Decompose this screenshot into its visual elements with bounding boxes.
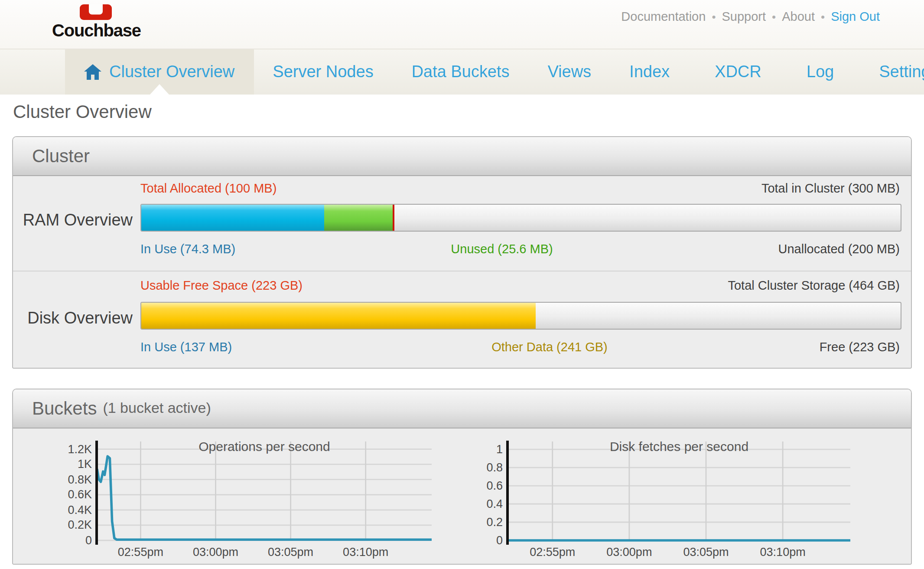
- tab-log[interactable]: Log: [787, 49, 853, 95]
- y-tick-label: 0: [468, 534, 503, 547]
- x-tick-label: 03:05pm: [268, 546, 313, 559]
- disk-used-segment: [141, 303, 535, 329]
- x-tick-label: 02:55pm: [118, 546, 163, 559]
- ram-unused-segment: [324, 205, 393, 231]
- utility-links: Documentation•Support•About•Sign Out: [621, 10, 880, 23]
- top-header: Couchbase Documentation•Support•About•Si…: [0, 0, 924, 49]
- disk-usable-free-label: Usable Free Space (223 GB): [140, 278, 303, 292]
- tab-xdcr[interactable]: XDCR: [696, 49, 781, 95]
- tab-label: Server Nodes: [273, 62, 373, 82]
- ram-total-in-cluster-label: Total in Cluster (300 MB): [761, 181, 900, 195]
- ram-quota-marker: [393, 205, 395, 231]
- link-separator: •: [821, 10, 825, 23]
- buckets-panel-title: Buckets: [32, 398, 97, 419]
- ram-unallocated-label: Unallocated (200 MB): [778, 242, 900, 256]
- disk-in-use-label: In Use (137 MB): [140, 340, 232, 354]
- tab-server-nodes[interactable]: Server Nodes: [254, 49, 392, 95]
- y-tick-label: 1K: [57, 458, 92, 471]
- tab-label: Log: [807, 62, 834, 82]
- buckets-panel: Buckets (1 bucket active) Operations per…: [12, 389, 912, 565]
- y-tick-label: 0: [57, 534, 92, 547]
- buckets-panel-header: Buckets (1 bucket active): [13, 389, 911, 428]
- link-separator: •: [772, 10, 776, 23]
- nav-items: Cluster Overview Server Nodes Data Bucke…: [65, 49, 924, 95]
- y-tick-label: 0.6: [468, 479, 503, 492]
- y-tick-label: 0.4: [468, 497, 503, 510]
- ram-in-use-segment: [141, 205, 324, 231]
- couchbase-logo: Couchbase: [52, 3, 139, 41]
- disk-total-storage-label: Total Cluster Storage (464 GB): [728, 278, 900, 292]
- page-title: Cluster Overview: [13, 101, 152, 122]
- buckets-panel-subtitle: (1 bucket active): [103, 400, 211, 417]
- cluster-panel-body: RAM Overview Total Allocated (100 MB) To…: [13, 176, 911, 368]
- y-axis-line: [95, 441, 98, 545]
- sign-out-link[interactable]: Sign Out: [831, 10, 880, 23]
- operations-per-second-chart: Operations per second1.2K1K0.8K0.6K0.4K0…: [97, 441, 432, 540]
- y-tick-label: 0.8: [468, 461, 503, 474]
- tab-label: Index: [629, 62, 670, 82]
- ram-total-allocated-label: Total Allocated (100 MB): [140, 181, 277, 195]
- buckets-panel-body: Operations per second1.2K1K0.8K0.6K0.4K0…: [13, 428, 911, 564]
- logo-text: Couchbase: [52, 21, 139, 41]
- support-link[interactable]: Support: [722, 10, 766, 23]
- home-icon: [84, 64, 101, 80]
- tab-label: Settings: [879, 62, 924, 82]
- tab-label: Data Buckets: [412, 62, 510, 82]
- x-tick-label: 03:00pm: [193, 546, 238, 559]
- y-tick-label: 0.2: [468, 516, 503, 529]
- disk-other-data-label: Other Data (241 GB): [491, 340, 608, 354]
- ram-usage-bar: [140, 204, 901, 232]
- main-nav: Cluster Overview Server Nodes Data Bucke…: [0, 49, 924, 95]
- disk-overview-label: Disk Overview: [13, 309, 133, 328]
- link-separator: •: [712, 10, 716, 23]
- tab-cluster-overview[interactable]: Cluster Overview: [65, 49, 254, 95]
- about-link[interactable]: About: [782, 10, 815, 23]
- cluster-panel-title: Cluster: [32, 146, 90, 167]
- disk-fetches-per-second-chart: Disk fetches per second10.80.60.40.2002:…: [508, 441, 850, 540]
- tab-label: XDCR: [715, 62, 761, 82]
- y-tick-label: 0.2K: [57, 519, 92, 532]
- y-tick-label: 0.4K: [57, 504, 92, 517]
- disk-free-label: Free (223 GB): [820, 340, 900, 354]
- tab-data-buckets[interactable]: Data Buckets: [393, 49, 529, 95]
- y-tick-label: 1.2K: [57, 443, 92, 456]
- cluster-panel: Cluster RAM Overview Total Allocated (10…: [12, 136, 912, 369]
- tab-label: Views: [548, 62, 592, 82]
- x-tick-label: 02:55pm: [530, 546, 575, 559]
- cluster-panel-header: Cluster: [13, 137, 911, 176]
- row-divider: [13, 271, 911, 271]
- y-tick-label: 0.8K: [57, 473, 92, 486]
- x-tick-label: 03:00pm: [606, 546, 652, 559]
- tab-index[interactable]: Index: [610, 49, 689, 95]
- series-line-ops-per-second: [97, 456, 432, 540]
- disk-usage-bar: [140, 302, 901, 330]
- chart-canvas: [97, 441, 432, 540]
- y-axis-line: [506, 441, 508, 545]
- ram-in-use-label: In Use (74.3 MB): [140, 242, 235, 256]
- chart-title: Operations per second: [97, 439, 432, 454]
- x-tick-label: 03:10pm: [343, 546, 388, 559]
- tab-settings[interactable]: Settings: [860, 49, 924, 95]
- y-tick-label: 0.6K: [57, 488, 92, 501]
- chart-title: Disk fetches per second: [508, 439, 850, 454]
- x-tick-label: 03:10pm: [760, 546, 806, 559]
- chart-canvas: [508, 441, 850, 540]
- tab-label: Cluster Overview: [109, 62, 234, 82]
- active-tab-notch: [150, 84, 169, 95]
- y-tick-label: 1: [468, 443, 503, 456]
- ram-overview-label: RAM Overview: [13, 211, 133, 230]
- couchbase-couch-icon: [79, 4, 111, 20]
- tab-views[interactable]: Views: [529, 49, 611, 95]
- couchbase-console: Couchbase Documentation•Support•About•Si…: [0, 0, 924, 569]
- ram-unused-label: Unused (25.6 MB): [451, 242, 553, 256]
- documentation-link[interactable]: Documentation: [621, 10, 706, 23]
- x-tick-label: 03:05pm: [683, 546, 729, 559]
